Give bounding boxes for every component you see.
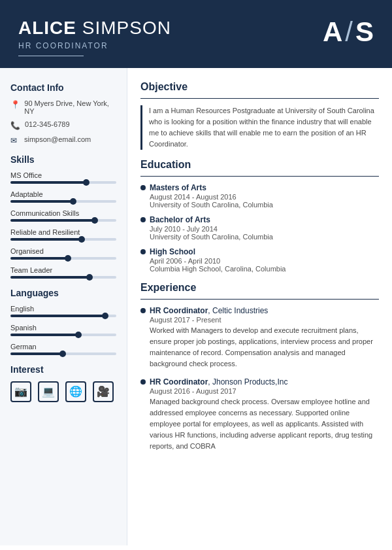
edu-degree: High School: [150, 247, 195, 256]
edu-school: University of South Carolina, Columbia: [150, 233, 379, 241]
edu-degree: Masters of Arts: [150, 183, 206, 192]
edu-dates: August 2014 - August 2016: [150, 193, 379, 201]
language-bar-dot: [102, 313, 108, 319]
interest-icons-row: 📷 💻 🌐 🎥: [10, 381, 116, 402]
language-label: English: [10, 305, 116, 313]
exp-title-line: HR Coordinator, Jhonson Products,Inc: [140, 377, 379, 387]
skill-label: Adaptable: [10, 190, 116, 198]
initial-a: A: [323, 18, 342, 46]
language-item: English: [10, 305, 116, 317]
interest-section-title: Interest: [10, 364, 116, 375]
phone-text: 012-345-6789: [25, 120, 70, 128]
initial-slash: /: [345, 18, 353, 46]
skill-bar-dot: [86, 274, 93, 281]
language-bar-fill: [10, 352, 63, 355]
skill-bar-bg: [10, 200, 116, 203]
objective-text: I am a Human Resources Postgraduate at U…: [140, 105, 379, 150]
skill-bar-fill: [10, 181, 87, 184]
contact-section-title: Contact Info: [10, 82, 116, 93]
objective-divider: [140, 98, 379, 99]
skill-bar-dot: [78, 236, 85, 243]
exp-bullet: [140, 308, 146, 313]
language-bar-fill: [10, 315, 106, 317]
edu-item-header: Masters of Arts: [140, 183, 379, 192]
exp-role: HR Coordinator: [150, 377, 208, 387]
edu-dates: April 2006 - April 2010: [150, 257, 379, 265]
skill-label: Communication Skills: [10, 209, 116, 217]
experience-item: HR Coordinator, Jhonson Products,Inc Aug…: [140, 377, 379, 452]
education-list: Masters of Arts August 2014 - August 201…: [140, 183, 379, 273]
skill-item: Reliable and Resilient: [10, 228, 116, 241]
edu-degree: Bachelor of Arts: [150, 215, 210, 224]
skill-label: Organised: [10, 247, 116, 255]
job-title: HR COORDINATOR: [18, 41, 171, 50]
exp-description: Managed background check process. Oversa…: [150, 396, 379, 452]
skill-bar-bg: [10, 181, 116, 184]
resume-header: ALICE SIMPSON HR COORDINATOR A / S: [0, 0, 392, 68]
camera-icon: 📷: [10, 381, 31, 402]
skill-label: Reliable and Resilient: [10, 228, 116, 236]
skill-item: Team Leader: [10, 266, 116, 279]
email-icon: ✉: [10, 136, 20, 145]
skill-bar-bg: [10, 276, 116, 279]
skill-bar-fill: [10, 257, 69, 260]
skill-item: Adaptable: [10, 190, 116, 203]
experience-title: Experience: [140, 282, 379, 294]
contact-email: ✉ simpson@email.com: [10, 135, 116, 145]
location-icon: 📍: [10, 100, 20, 109]
edu-bullet: [140, 217, 146, 222]
skill-bar-fill: [10, 238, 82, 241]
main-content: Objective I am a Human Resources Postgra…: [127, 68, 392, 545]
phone-icon: 📞: [10, 121, 20, 130]
objective-title: Objective: [140, 81, 379, 93]
edu-bullet: [140, 185, 146, 190]
language-bar-bg: [10, 352, 116, 355]
header-divider: [18, 56, 84, 56]
skill-bar-dot: [91, 217, 98, 224]
edu-school: Columbia High School, Carolina, Columbia: [150, 265, 379, 273]
skill-bar-dot: [83, 179, 90, 186]
languages-section-title: Languages: [10, 288, 116, 298]
edu-bullet: [140, 249, 146, 254]
sidebar: Contact Info 📍 90 Myers Drive, New York,…: [0, 68, 127, 545]
resume-body: Contact Info 📍 90 Myers Drive, New York,…: [0, 68, 392, 545]
interest-section: Interest 📷 💻 🌐 🎥: [10, 364, 116, 402]
experience-item: HR Coordinator, Celtic Industries August…: [140, 306, 379, 370]
skill-bar-bg: [10, 219, 116, 222]
skills-section-title: Skills: [10, 154, 116, 165]
skill-item: MS Office: [10, 171, 116, 184]
language-item: Spanish: [10, 324, 116, 336]
language-bar-dot: [75, 332, 82, 338]
education-title: Education: [140, 159, 379, 171]
exp-description: Worked with Managers to develop and exec…: [150, 325, 379, 370]
education-item: Masters of Arts August 2014 - August 201…: [140, 183, 379, 209]
exp-title-text: HR Coordinator, Celtic Industries: [150, 306, 268, 315]
skills-section: Skills MS Office Adaptable Communication…: [10, 154, 116, 279]
skill-bar-bg: [10, 238, 116, 241]
language-label: German: [10, 343, 116, 351]
exp-title-text: HR Coordinator, Jhonson Products,Inc: [150, 377, 287, 387]
language-bar-bg: [10, 315, 116, 317]
video-icon: 🎥: [93, 381, 114, 402]
experience-list: HR Coordinator, Celtic Industries August…: [140, 306, 379, 452]
exp-role: HR Coordinator: [150, 306, 208, 315]
globe-icon: 🌐: [65, 381, 86, 402]
contact-phone: 📞 012-345-6789: [10, 120, 116, 130]
languages-list: English Spanish German: [10, 305, 116, 355]
language-bar-fill: [10, 334, 79, 336]
skill-bar-fill: [10, 219, 95, 222]
last-name: SIMPSON: [82, 18, 171, 38]
exp-title-line: HR Coordinator, Celtic Industries: [140, 306, 379, 315]
initials-block: A / S: [323, 18, 374, 46]
skill-bar-fill: [10, 200, 74, 203]
language-label: Spanish: [10, 324, 116, 332]
exp-company: , Celtic Industries: [208, 306, 268, 315]
header-name-block: ALICE SIMPSON HR COORDINATOR: [18, 18, 171, 56]
initial-s: S: [355, 18, 374, 46]
language-bar-bg: [10, 334, 116, 336]
language-item: German: [10, 343, 116, 355]
contact-address: 📍 90 Myers Drive, New York, NY: [10, 99, 116, 115]
full-name: ALICE SIMPSON: [18, 18, 171, 39]
skill-item: Organised: [10, 247, 116, 260]
education-divider: [140, 176, 379, 177]
